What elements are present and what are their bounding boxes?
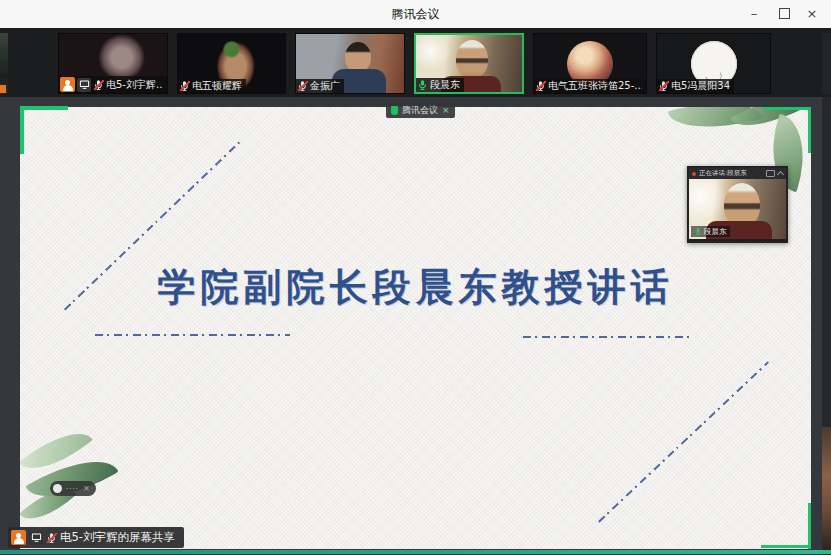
dashed-line-decoration bbox=[598, 361, 769, 522]
participant-video-tile[interactable]: 金振广 bbox=[295, 33, 405, 94]
participant-name-tag: 电气五班张诗笛25-... bbox=[534, 79, 646, 93]
meeting-logo-icon bbox=[391, 106, 398, 115]
participant-video-tile[interactable]: 电5冯晨阳34 bbox=[656, 33, 771, 94]
participant-name-tag: 电5冯晨阳34 bbox=[657, 79, 734, 93]
hint-close-icon[interactable]: × bbox=[83, 484, 90, 493]
maximize-icon bbox=[779, 8, 790, 19]
participant-name: 电五顿耀辉 bbox=[192, 80, 242, 92]
participant-name: 电5-刘宇辉... bbox=[106, 79, 163, 91]
floating-hint: ···· × bbox=[50, 481, 96, 496]
mic-icon bbox=[297, 80, 308, 92]
screen-share-icon bbox=[29, 531, 43, 545]
speaker-video: 段晨东 bbox=[689, 179, 786, 239]
corner-bracket bbox=[763, 107, 811, 110]
window-title: 腾讯会议 bbox=[0, 6, 831, 23]
partial-thumbnail-right bbox=[822, 33, 831, 94]
right-edge-video-sliver bbox=[822, 427, 831, 549]
corner-bracket bbox=[20, 106, 24, 154]
mic-icon bbox=[179, 80, 190, 92]
collapse-icon[interactable] bbox=[777, 171, 784, 178]
corner-bracket bbox=[808, 107, 811, 153]
speaker-name-tag: 段晨东 bbox=[691, 226, 730, 237]
participant-name-tag: 金振广 bbox=[296, 79, 344, 93]
bottom-edge-line bbox=[0, 550, 831, 554]
sharer-person-icon bbox=[11, 530, 26, 545]
dashed-line-decoration bbox=[95, 334, 290, 336]
participant-strip: 电5-刘宇辉... 电五顿耀辉 金振广 段晨东 bbox=[0, 28, 831, 97]
speaker-face bbox=[724, 183, 760, 227]
corner-bracket bbox=[808, 503, 811, 549]
minimize-button[interactable]: – bbox=[739, 0, 769, 27]
share-banner[interactable]: 腾讯会议 × bbox=[386, 103, 455, 118]
shared-screen-area: 学院副院长段晨东教授讲话 ···· × 腾讯会议 × 正在讲话:段晨东 bbox=[0, 97, 831, 555]
participant-name: 电气五班张诗笛25-... bbox=[548, 80, 642, 92]
hint-label: ···· bbox=[66, 485, 79, 493]
speaker-name: 段晨东 bbox=[704, 227, 727, 236]
participant-video-tile[interactable]: 段晨东 bbox=[414, 33, 524, 94]
corner-bracket bbox=[761, 545, 811, 548]
dashed-line-decoration bbox=[523, 336, 690, 338]
participant-video-tile[interactable]: 电气五班张诗笛25-... bbox=[533, 33, 647, 94]
participant-name: 金振广 bbox=[310, 80, 340, 92]
participant-name-tag: 段晨东 bbox=[416, 78, 464, 92]
camera-icon[interactable] bbox=[766, 170, 775, 177]
share-banner-close-icon[interactable]: × bbox=[442, 103, 450, 118]
corner-bracket bbox=[20, 106, 68, 110]
tencent-meeting-window: 腾讯会议 – × 电5-刘宇辉... 电五顿耀辉 金振广 bbox=[0, 0, 831, 555]
mic-icon bbox=[417, 79, 428, 91]
maximize-button[interactable] bbox=[769, 0, 799, 27]
titlebar: 腾讯会议 – × bbox=[0, 0, 831, 29]
participant-name-tag: 电5-刘宇辉... bbox=[59, 76, 167, 93]
mic-icon bbox=[93, 79, 104, 91]
mic-icon bbox=[535, 80, 546, 92]
active-speaker-window[interactable]: 正在讲话:段晨东 段晨东 bbox=[687, 166, 788, 243]
slide-title: 学院副院长段晨东教授讲话 bbox=[20, 262, 811, 313]
participant-video-tile[interactable]: 电五顿耀辉 bbox=[177, 33, 286, 94]
screen-share-icon bbox=[77, 78, 91, 92]
close-button[interactable]: × bbox=[797, 0, 827, 27]
mic-icon bbox=[694, 227, 702, 236]
mic-icon bbox=[658, 80, 669, 92]
participant-video-tile[interactable]: 电5-刘宇辉... bbox=[58, 33, 168, 94]
share-banner-label: 腾讯会议 bbox=[402, 103, 438, 118]
speaker-window-header[interactable]: 正在讲话:段晨东 bbox=[689, 168, 786, 179]
mic-icon bbox=[46, 532, 57, 544]
participant-name: 电5冯晨阳34 bbox=[671, 80, 730, 92]
pin-icon bbox=[692, 172, 696, 176]
partial-thumbnail-left bbox=[0, 33, 8, 94]
screen-share-toast: 电5-刘宇辉的屏幕共享 bbox=[8, 527, 184, 548]
speaking-status: 正在讲话:段晨东 bbox=[699, 168, 763, 179]
sharer-person-icon bbox=[60, 77, 75, 92]
thumbnail-row: 电5-刘宇辉... 电五顿耀辉 金振广 段晨东 bbox=[58, 33, 771, 94]
participant-name: 段晨东 bbox=[430, 79, 460, 91]
participant-name-tag: 电五顿耀辉 bbox=[178, 79, 246, 93]
hint-icon bbox=[53, 484, 62, 493]
share-toast-label: 电5-刘宇辉的屏幕共享 bbox=[60, 530, 175, 545]
